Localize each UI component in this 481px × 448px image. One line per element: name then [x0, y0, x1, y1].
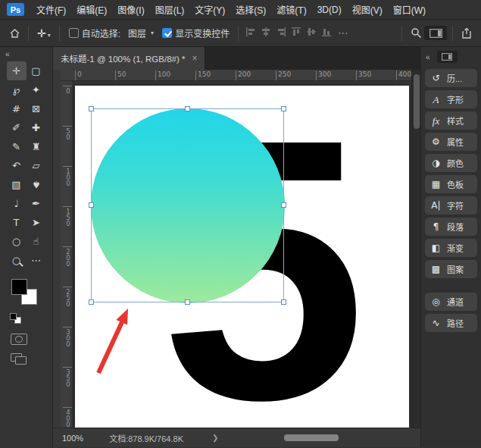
transform-handle-sw[interactable]: [89, 299, 94, 305]
align-controls: [245, 27, 332, 40]
ps-logo-icon[interactable]: Ps: [7, 3, 24, 16]
history-brush-tool[interactable]: ↶: [7, 156, 27, 175]
divider: [28, 26, 29, 41]
panel-tab-swatches[interactable]: ▦色板: [425, 175, 477, 193]
status-expand-icon[interactable]: ❯: [212, 434, 218, 442]
marquee-tool[interactable]: ▢: [27, 61, 46, 80]
foreground-color-swatch[interactable]: [11, 279, 27, 295]
align-middle-icon[interactable]: [306, 27, 317, 40]
eyedropper-tool[interactable]: ✐: [7, 118, 27, 137]
character-icon: A|: [430, 201, 442, 210]
share-icon[interactable]: [458, 25, 475, 42]
current-tool-button[interactable]: ✛ ▾: [34, 27, 54, 40]
divider: [238, 26, 239, 41]
panel-layout-icon[interactable]: [437, 51, 458, 63]
quick-select-tool[interactable]: ✦: [27, 80, 46, 99]
transform-handle-n[interactable]: [185, 106, 190, 111]
frame-tool[interactable]: ⊠: [27, 99, 46, 118]
dodge-tool[interactable]: ♩: [7, 194, 27, 213]
quick-mask-button[interactable]: [11, 334, 27, 345]
divider: [452, 26, 453, 41]
tool-grid: ✛ ▢ ℘ ✦ # ⊠ ✐ ✚ ✎ ♜ ↶ ▱ ▧ ♠ ♩ ✒ T ➤ ○ ☝: [0, 61, 52, 270]
align-left-icon[interactable]: [245, 27, 256, 40]
vertical-ruler[interactable]: 0 50 100 150 200 250 300 350 400 450: [61, 81, 73, 428]
collapse-toolbar-button[interactable]: «: [0, 47, 52, 61]
shape-icon: ○: [12, 237, 20, 246]
transform-selection-box[interactable]: [91, 108, 284, 302]
menu-select[interactable]: 选择(S): [230, 3, 271, 16]
document-tab[interactable]: 未标题-1 @ 100% (1, RGB/8#) * ×: [53, 47, 205, 70]
type-tool[interactable]: T: [7, 213, 27, 232]
path-select-tool[interactable]: ➤: [27, 213, 46, 232]
more-tools[interactable]: ⋯: [27, 251, 46, 270]
search-icon[interactable]: [408, 25, 424, 42]
vertical-scrollbar[interactable]: [411, 70, 420, 428]
auto-select-checkbox[interactable]: [69, 28, 79, 38]
screen-mode-button[interactable]: [11, 353, 27, 365]
menu-filter[interactable]: 滤镜(T): [271, 3, 311, 16]
menu-edit[interactable]: 编辑(E): [71, 3, 112, 16]
show-transform-checkbox[interactable]: [162, 28, 172, 38]
transform-handle-nw[interactable]: [89, 106, 94, 111]
default-colors-icon[interactable]: [10, 313, 23, 324]
menu-view[interactable]: 视图(V): [347, 3, 388, 16]
panel-tab-paragraph[interactable]: ¶段落: [425, 218, 477, 236]
lasso-tool[interactable]: ℘: [7, 80, 27, 99]
canvas[interactable]: 5: [75, 86, 409, 428]
transform-handle-s[interactable]: [185, 299, 190, 305]
move-tool[interactable]: ✛: [7, 61, 27, 80]
type-icon: T: [14, 218, 20, 227]
channels-icon: ◎: [430, 297, 442, 306]
panel-tab-channels[interactable]: ◎通道: [425, 293, 477, 311]
panel-tab-styles[interactable]: fx样式: [425, 111, 477, 130]
shape-tool[interactable]: ○: [7, 232, 27, 251]
zoom-level[interactable]: 100%: [62, 434, 83, 443]
panel-tab-paths[interactable]: ∿路径: [425, 314, 477, 332]
vertical-scrollbar-handle[interactable]: [414, 74, 420, 129]
home-icon[interactable]: [6, 25, 23, 42]
align-right-icon[interactable]: [276, 27, 286, 40]
horizontal-ruler[interactable]: 0 50 100 150 200 250 300 350 400: [61, 70, 411, 81]
menu-3d[interactable]: 3D(D): [312, 5, 347, 15]
menu-layer[interactable]: 图层(L): [150, 3, 190, 16]
panel-tab-history[interactable]: ↺历...: [425, 69, 477, 87]
panel-tab-gradient[interactable]: ◧渐变: [425, 239, 477, 257]
horizontal-scrollbar-handle[interactable]: [284, 434, 339, 441]
transform-handle-ne[interactable]: [281, 106, 286, 111]
transform-handle-e[interactable]: [281, 202, 286, 208]
align-top-icon[interactable]: [291, 27, 301, 40]
menu-type[interactable]: 文字(Y): [189, 3, 230, 16]
panel-tab-color[interactable]: ◑颜色: [425, 154, 477, 172]
clone-stamp-tool[interactable]: ♜: [27, 137, 46, 156]
panel-tab-pattern[interactable]: ▩图案: [425, 260, 477, 278]
align-center-h-icon[interactable]: [261, 27, 271, 40]
hand-tool[interactable]: ☝: [27, 232, 46, 251]
paragraph-icon: ¶: [430, 222, 442, 231]
menu-window[interactable]: 窗口(W): [388, 3, 431, 16]
zoom-tool[interactable]: ○: [7, 251, 27, 270]
transform-handle-se[interactable]: [281, 299, 286, 305]
blur-tool[interactable]: ♠: [27, 175, 46, 194]
more-align-options-icon[interactable]: ⋯: [338, 27, 348, 39]
menu-file[interactable]: 文件(F): [31, 3, 71, 16]
healing-tool[interactable]: ✚: [27, 118, 46, 137]
panel-tab-character[interactable]: A|字符: [425, 196, 477, 215]
brush-tool[interactable]: ✎: [7, 137, 27, 156]
panel-tab-properties[interactable]: ⚙属性: [425, 133, 477, 151]
crop-tool[interactable]: #: [7, 99, 27, 118]
chevron-down-icon: ▾: [48, 32, 51, 39]
menu-image[interactable]: 图像(I): [112, 3, 149, 16]
gradient-tool[interactable]: ▧: [7, 175, 27, 194]
swatches-icon: ▦: [430, 180, 442, 189]
transform-handle-w[interactable]: [89, 202, 94, 208]
close-tab-icon[interactable]: ×: [192, 53, 197, 64]
pen-tool[interactable]: ✒: [27, 194, 46, 213]
eraser-tool[interactable]: ▱: [27, 156, 46, 175]
auto-select-target-dropdown[interactable]: 图层 ▾: [123, 24, 158, 42]
align-bottom-icon[interactable]: [321, 27, 332, 40]
expand-panels-icon[interactable]: «: [426, 53, 430, 61]
quick-select-icon: ✦: [32, 85, 40, 95]
clone-stamp-icon: ♜: [32, 142, 41, 152]
panel-tab-glyphs[interactable]: A字形: [425, 90, 477, 108]
workspace-switcher-button[interactable]: [424, 26, 447, 40]
